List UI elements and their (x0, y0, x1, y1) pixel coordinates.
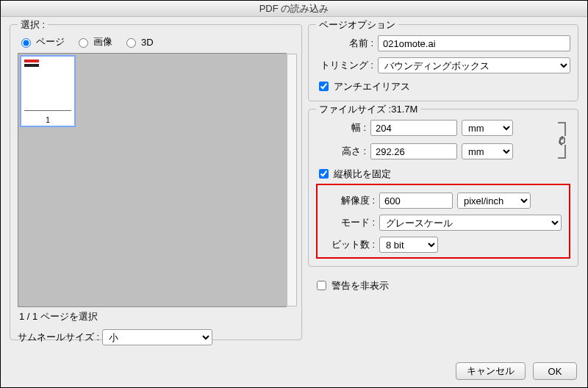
radio-3d-label: 3D (141, 37, 154, 48)
suppress-warnings-label: 警告を非表示 (331, 279, 389, 292)
ok-button[interactable]: OK (533, 362, 577, 380)
page-thumbnail[interactable]: 1 (20, 55, 76, 127)
name-label: 名前 : (316, 37, 378, 50)
thumb-divider (24, 110, 71, 111)
width-field[interactable] (370, 120, 457, 136)
filesize-group: ファイルサイズ :31.7M 幅 : mm 高さ : (308, 109, 578, 267)
antialias-label: アンチエイリアス (334, 80, 410, 93)
select-group: 選択 : ページ 画像 3D (10, 24, 302, 340)
thumbnail-size-label: サムネールサイズ : (18, 331, 99, 344)
page-options-group: ページオプション 名前 : トリミング : バウンディングボックス アンチエイリ… (308, 24, 578, 101)
thumb-graphic-stripe (24, 64, 39, 67)
radio-image-label: 画像 (93, 35, 112, 48)
filesize-group-label: ファイルサイズ :31.7M (316, 103, 420, 116)
resolution-label: 解像度 : (325, 194, 379, 207)
radio-page-label: ページ (36, 35, 65, 48)
trimming-label: トリミング : (316, 59, 378, 72)
radio-image[interactable]: 画像 (75, 35, 112, 48)
constrain-link-icon[interactable] (556, 120, 570, 161)
page-number-label: 1 (21, 115, 74, 124)
dialog-title: PDF の読み込み (1, 1, 587, 17)
page-selection-status: 1 / 1 ページを選択 (18, 307, 294, 329)
radio-3d-input[interactable] (126, 38, 136, 48)
thumb-graphic-stripe (24, 60, 39, 62)
width-label: 幅 : (316, 121, 370, 134)
height-unit-select[interactable]: mm (462, 143, 513, 159)
select-group-label: 選択 : (18, 18, 48, 32)
radio-image-input[interactable] (79, 38, 88, 48)
resolution-unit-select[interactable]: pixel/inch (457, 193, 531, 209)
radio-3d[interactable]: 3D (123, 36, 154, 48)
trimming-select[interactable]: バウンディングボックス (378, 57, 570, 73)
page-preview-list[interactable]: 1 (18, 53, 287, 307)
name-field[interactable] (378, 35, 570, 51)
highlighted-settings: 解像度 : pixel/inch モード : グレースケール (316, 184, 570, 259)
cancel-button[interactable]: キャンセル (456, 362, 526, 380)
suppress-warnings-checkbox[interactable] (317, 281, 326, 290)
preview-scrollbar[interactable] (287, 54, 297, 306)
height-field[interactable] (370, 143, 457, 159)
antialias-checkbox[interactable] (319, 82, 329, 91)
radio-page[interactable]: ページ (18, 35, 65, 48)
bitdepth-label: ビット数 : (325, 238, 379, 251)
mode-select[interactable]: グレースケール (379, 215, 562, 231)
bitdepth-select[interactable]: 8 bit (379, 237, 438, 253)
resolution-field[interactable] (379, 193, 453, 209)
constrain-proportions-checkbox[interactable] (319, 169, 329, 179)
radio-page-input[interactable] (21, 38, 31, 48)
page-options-group-label: ページオプション (316, 18, 398, 32)
width-unit-select[interactable]: mm (462, 120, 513, 136)
mode-label: モード : (325, 216, 379, 229)
pdf-import-dialog: PDF の読み込み 選択 : ページ 画像 3D (0, 0, 588, 388)
constrain-proportions-label: 縦横比を固定 (334, 168, 391, 181)
height-label: 高さ : (316, 145, 370, 158)
thumbnail-size-select[interactable]: 小 (102, 329, 212, 345)
